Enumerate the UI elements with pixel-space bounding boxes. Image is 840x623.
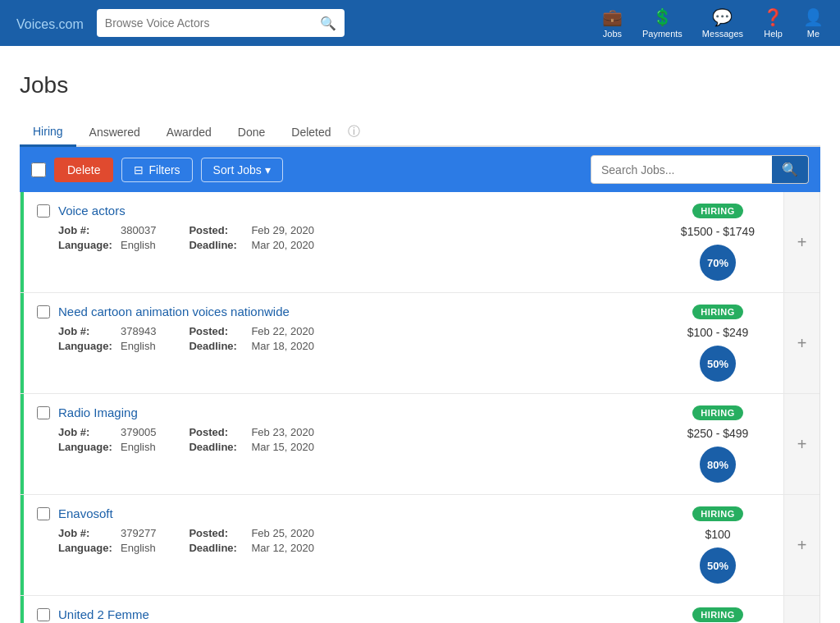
job-budget: $100 bbox=[705, 528, 730, 541]
job-deadline-label: Deadline: bbox=[189, 542, 246, 554]
nav-messages[interactable]: 💬 Messages bbox=[702, 7, 743, 39]
job-deadline-label: Deadline: bbox=[189, 340, 246, 352]
job-budget: $1500 - $1749 bbox=[681, 225, 755, 238]
job-item: Enavosoft Job #: 379277 Language: Englis… bbox=[21, 495, 819, 596]
job-deadline-value: Mar 18, 2020 bbox=[251, 340, 314, 352]
search-jobs-input[interactable] bbox=[591, 158, 772, 182]
job-deadline-value: Mar 12, 2020 bbox=[251, 542, 314, 554]
job-expand-button[interactable]: + bbox=[783, 495, 819, 595]
job-expand-button[interactable]: + bbox=[783, 596, 819, 623]
tab-done[interactable]: Done bbox=[225, 119, 278, 147]
job-deadline-value: Mar 20, 2020 bbox=[251, 239, 314, 251]
job-posted-row: Posted: Feb 22, 2020 bbox=[189, 325, 314, 337]
job-expand-button[interactable]: + bbox=[783, 293, 819, 393]
brand-name: Voices bbox=[16, 17, 55, 31]
job-language-label: Language: bbox=[58, 542, 116, 554]
hiring-badge: HIRING bbox=[692, 405, 743, 420]
job-title-link[interactable]: United 2 Femme bbox=[58, 607, 149, 621]
job-title-row: Radio Imaging bbox=[37, 405, 639, 419]
job-number-label: Job #: bbox=[58, 426, 116, 438]
tab-hiring[interactable]: Hiring bbox=[20, 118, 76, 147]
job-title-link[interactable]: Voice actors bbox=[58, 204, 126, 218]
job-number-row: Job #: 379005 bbox=[58, 426, 156, 438]
main-content: Jobs Hiring Answered Awarded Done Delete… bbox=[0, 46, 840, 623]
job-deadline-row: Deadline: Mar 20, 2020 bbox=[189, 239, 314, 251]
job-deadline-label: Deadline: bbox=[189, 239, 246, 251]
job-main: Enavosoft Job #: 379277 Language: Englis… bbox=[24, 495, 652, 595]
tab-awarded[interactable]: Awarded bbox=[153, 119, 225, 147]
job-number-label: Job #: bbox=[58, 325, 116, 337]
job-title-link[interactable]: Enavosoft bbox=[58, 506, 113, 520]
job-title-link[interactable]: Radio Imaging bbox=[58, 405, 138, 419]
job-number-label: Job #: bbox=[58, 527, 116, 539]
tab-deleted[interactable]: Deleted bbox=[278, 119, 344, 147]
filters-button[interactable]: ⊟ Filters bbox=[121, 158, 192, 182]
payments-icon: 💲 bbox=[652, 7, 673, 27]
job-number-label: Job #: bbox=[58, 224, 116, 236]
job-deadline-value: Mar 15, 2020 bbox=[251, 441, 314, 453]
sort-button[interactable]: Sort Jobs ▾ bbox=[201, 158, 283, 182]
nav-me-label: Me bbox=[807, 29, 819, 39]
hiring-badge: HIRING bbox=[692, 204, 743, 218]
user-icon: 👤 bbox=[803, 7, 824, 27]
job-meta-right: Posted: Feb 29, 2020 Deadline: Mar 20, 2… bbox=[189, 224, 314, 251]
nav-messages-label: Messages bbox=[702, 29, 743, 39]
job-language-value: English bbox=[121, 340, 156, 352]
job-main: Radio Imaging Job #: 379005 Language: En… bbox=[24, 394, 652, 494]
page-title: Jobs bbox=[20, 72, 820, 98]
job-language-value: English bbox=[121, 542, 156, 554]
job-posted-label: Posted: bbox=[189, 325, 246, 337]
nav-me[interactable]: 👤 Me bbox=[803, 7, 824, 39]
job-checkbox[interactable] bbox=[37, 406, 50, 419]
navbar-search-input[interactable] bbox=[105, 16, 313, 30]
job-right: HIRING $100 50% bbox=[652, 495, 783, 595]
job-right: HIRING $100 - $249 50% bbox=[652, 293, 783, 393]
tab-answered[interactable]: Answered bbox=[76, 119, 153, 147]
job-deadline-row: Deadline: Mar 15, 2020 bbox=[189, 441, 314, 453]
job-posted-value: Feb 29, 2020 bbox=[251, 224, 314, 236]
nav-payments[interactable]: 💲 Payments bbox=[642, 7, 682, 39]
nav-help[interactable]: ❓ Help bbox=[763, 7, 783, 39]
percent-badge: 70% bbox=[700, 245, 736, 281]
job-title-row: United 2 Femme bbox=[37, 607, 639, 621]
navbar: Voices.com 🔍 💼 Jobs 💲 Payments 💬 Message… bbox=[0, 0, 840, 46]
job-title-link[interactable]: Need cartoon animation voices nationwide bbox=[58, 305, 290, 318]
job-expand-button[interactable]: + bbox=[783, 394, 819, 494]
nav-help-label: Help bbox=[764, 29, 783, 39]
job-expand-button[interactable]: + bbox=[783, 192, 819, 292]
job-main: United 2 Femme Job #: 379136 Language: E… bbox=[24, 596, 652, 623]
job-item: Voice actors Job #: 380037 Language: Eng… bbox=[21, 192, 819, 293]
job-list: Voice actors Job #: 380037 Language: Eng… bbox=[20, 192, 820, 623]
nav-jobs-label: Jobs bbox=[603, 29, 622, 39]
job-language-label: Language: bbox=[58, 441, 116, 453]
nav-payments-label: Payments bbox=[642, 29, 682, 39]
job-title-row: Voice actors bbox=[37, 204, 639, 218]
job-checkbox[interactable] bbox=[37, 204, 50, 218]
job-posted-value: Feb 23, 2020 bbox=[251, 426, 314, 438]
select-all-checkbox[interactable] bbox=[31, 163, 46, 177]
job-deadline-label: Deadline: bbox=[189, 441, 246, 453]
job-meta: Job #: 378943 Language: English Posted: … bbox=[37, 325, 639, 352]
filters-label: Filters bbox=[148, 163, 180, 176]
job-number-value: 379005 bbox=[121, 426, 156, 438]
job-checkbox[interactable] bbox=[37, 507, 50, 520]
job-meta: Job #: 380037 Language: English Posted: … bbox=[37, 224, 639, 251]
delete-button[interactable]: Delete bbox=[54, 158, 113, 182]
filter-icon: ⊟ bbox=[134, 163, 144, 176]
job-budget: $100 - $249 bbox=[687, 326, 749, 339]
job-deadline-row: Deadline: Mar 12, 2020 bbox=[189, 542, 314, 554]
help-icon: ❓ bbox=[763, 7, 783, 27]
job-checkbox[interactable] bbox=[37, 608, 50, 621]
job-meta: Job #: 379005 Language: English Posted: … bbox=[37, 426, 639, 453]
help-circle-icon[interactable]: ⓘ bbox=[348, 124, 360, 140]
job-posted-value: Feb 25, 2020 bbox=[251, 527, 314, 539]
job-main: Need cartoon animation voices nationwide… bbox=[24, 293, 652, 393]
nav-jobs[interactable]: 💼 Jobs bbox=[602, 7, 623, 39]
navbar-search[interactable]: 🔍 bbox=[97, 9, 345, 37]
job-title-row: Need cartoon animation voices nationwide bbox=[37, 305, 639, 318]
search-jobs-button[interactable]: 🔍 bbox=[772, 156, 808, 183]
brand-logo[interactable]: Voices.com bbox=[16, 12, 84, 34]
job-checkbox[interactable] bbox=[37, 305, 50, 318]
job-language-row: Language: English bbox=[58, 340, 156, 352]
job-meta-left: Job #: 379005 Language: English bbox=[58, 426, 156, 453]
